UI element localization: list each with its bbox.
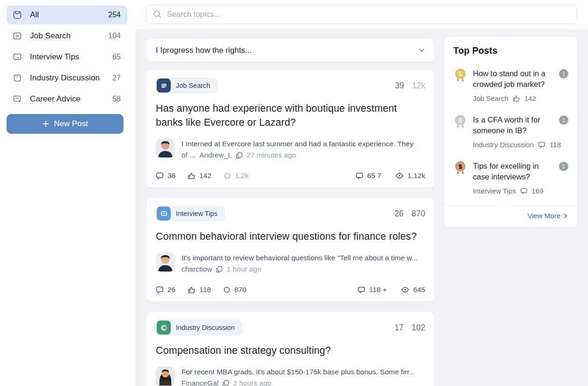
top-post-count: 169 xyxy=(532,187,544,195)
sidebar-item-count: 104 xyxy=(108,32,121,40)
author-name[interactable]: charctiow xyxy=(181,264,212,275)
category-label: Job Search xyxy=(176,82,210,89)
category-badge[interactable]: Interview Tips xyxy=(156,206,225,222)
top-post-meta: Industry Discussion 118 xyxy=(473,141,568,149)
views-stat[interactable]: 870 xyxy=(223,286,247,294)
post-card: Industry Discussion 17 102 Compensation … xyxy=(146,311,435,386)
replies-count: 118 + xyxy=(369,286,387,294)
category-badge[interactable]: Industry Discussion xyxy=(156,320,242,336)
avatar[interactable] xyxy=(156,252,175,272)
sidebar-item-label: Industry Discussion xyxy=(30,73,112,83)
top-post-count: 142 xyxy=(524,94,536,102)
post-excerpt-block: I Interned at Evercore last summer and h… xyxy=(181,138,425,161)
likes-count: 118 xyxy=(199,286,211,294)
archive-icon xyxy=(13,11,22,19)
copy-icon xyxy=(236,152,243,159)
new-post-button[interactable]: New Post xyxy=(7,114,123,134)
bronze-medal-icon: $ xyxy=(453,161,467,195)
post-stat-primary: 26 xyxy=(394,209,403,219)
replies-stat[interactable]: 65 7 xyxy=(356,172,381,180)
sidebar-item-industry-discussion[interactable]: Industry Discussion 27 xyxy=(7,69,127,87)
view-more-link[interactable]: View More xyxy=(453,206,568,221)
search-input[interactable] xyxy=(167,10,570,19)
plus-icon xyxy=(42,120,50,128)
impressions-stat[interactable]: 645 xyxy=(401,286,425,294)
top-post-item[interactable]: $ Is a CFA worth it for someone in IB? 1… xyxy=(453,114,568,149)
svg-text:$: $ xyxy=(458,71,462,78)
author-name[interactable]: Andrew_L xyxy=(199,150,232,161)
rank-badge: 1 xyxy=(559,162,568,171)
impressions-stat[interactable]: 1.12k xyxy=(395,172,425,180)
sidebar-item-label: Interview Tips xyxy=(30,52,112,62)
post-author-row: For recent MBA grads, it's about $150-17… xyxy=(156,366,425,386)
top-post-meta: Job Search 142 xyxy=(473,94,568,102)
sidebar-item-all[interactable]: All 254 xyxy=(7,6,127,24)
avatar[interactable] xyxy=(156,366,175,386)
post-title[interactable]: Compensation ine strategy consulting? xyxy=(156,343,425,357)
pinned-box-icon xyxy=(13,74,22,82)
sidebar-item-career-advice[interactable]: Career Advice 58 xyxy=(7,90,127,108)
comments-count: 38 xyxy=(167,172,175,180)
post-time: 27 minutes ago xyxy=(247,150,296,161)
post-stat-primary: 17 xyxy=(394,323,403,333)
comments-icon xyxy=(520,187,528,195)
top-posts-panel: Top Posts $ How to stand out in a crowde… xyxy=(443,36,578,228)
top-post-category[interactable]: Interview Tips xyxy=(473,187,516,195)
post-time: 1 hour ago xyxy=(226,264,261,275)
rank-badge: 1 xyxy=(559,115,568,125)
post-stat-primary: 39 xyxy=(395,81,404,91)
top-post-title[interactable]: Tips for excelling in case interviews? xyxy=(473,161,552,182)
svg-text:$: $ xyxy=(458,163,462,170)
top-post-category[interactable]: Job Search xyxy=(473,94,508,102)
post-excerpt-block: It's important to review behavioral ques… xyxy=(181,252,425,275)
svg-text:$: $ xyxy=(458,117,462,124)
comments-stat[interactable]: 26 xyxy=(156,286,175,294)
view-more-label: View More xyxy=(527,212,560,220)
post-excerpt-block: For recent MBA grads, it's about $150-17… xyxy=(181,366,425,386)
post-footer-right: 118 + 645 xyxy=(343,286,425,294)
copy-icon xyxy=(216,266,223,273)
sidebar-item-count: 58 xyxy=(112,95,121,103)
chevron-down-icon[interactable] xyxy=(418,47,425,54)
post-stat-secondary: 12k xyxy=(412,81,425,91)
category-badge[interactable]: Job Search xyxy=(156,78,218,93)
post-title[interactable]: Common behavioral interview questions fo… xyxy=(156,229,425,243)
chat-box-icon xyxy=(13,53,22,61)
avatar[interactable] xyxy=(156,138,175,157)
replies-count: 65 7 xyxy=(367,172,381,180)
top-post-title[interactable]: How to stand out in a crowded job market… xyxy=(473,68,552,90)
likes-stat[interactable]: 142 xyxy=(188,172,211,180)
chevron-right-icon xyxy=(563,213,568,219)
category-label: Industry Discussion xyxy=(176,324,235,331)
likes-count: 142 xyxy=(199,172,211,180)
category-label: Interview Tips xyxy=(176,210,218,217)
top-post-head: Tips for excelling in case interviews? 1 xyxy=(473,161,568,182)
top-post-item[interactable]: $ Tips for excelling in case interviews?… xyxy=(453,161,568,195)
top-post-title[interactable]: Is a CFA worth it for someone in IB? xyxy=(473,114,552,136)
post-author-row: I Interned at Evercore last summer and h… xyxy=(156,138,425,161)
sidebar-item-interview-tips[interactable]: Interview Tips 65 xyxy=(7,48,127,66)
sidebar-item-job-search[interactable]: Job Search 104 xyxy=(7,27,127,45)
post-time: 2 hours ago xyxy=(233,378,271,386)
sidebar-item-count: 65 xyxy=(112,53,121,61)
sidebar-item-count: 254 xyxy=(108,11,121,19)
new-post-label: New Post xyxy=(54,119,88,129)
composer-text: I Iprogress how the rights... xyxy=(156,46,418,55)
post-stat-secondary: 870 xyxy=(412,209,425,219)
top-post-item[interactable]: $ How to stand out in a crowded job mark… xyxy=(453,68,568,102)
post-author-row: It's important to review behavioral ques… xyxy=(156,252,425,275)
post-composer[interactable]: I Iprogress how the rights... xyxy=(146,38,435,62)
views-count: 1.2k xyxy=(235,172,248,180)
replies-stat[interactable]: 118 + xyxy=(357,286,387,294)
top-post-category[interactable]: Industry Discussion xyxy=(473,141,534,149)
post-card-header: Job Search 39 12k xyxy=(156,78,425,93)
author-name[interactable]: FinanceGal xyxy=(181,378,218,386)
post-card-header: Industry Discussion 17 102 xyxy=(156,320,425,336)
top-post-head: Is a CFA worth it for someone in IB? 1 xyxy=(473,114,568,136)
post-footer: 38 142 1.2k 65 7 1.12k xyxy=(156,172,425,180)
post-title[interactable]: Has anyone had experience with boutique … xyxy=(156,101,425,129)
comments-stat[interactable]: 38 xyxy=(156,172,175,180)
views-stat[interactable]: 1.2k xyxy=(224,172,248,180)
likes-stat[interactable]: 118 xyxy=(188,286,211,294)
post-top-stats: 26 870 xyxy=(394,209,425,219)
